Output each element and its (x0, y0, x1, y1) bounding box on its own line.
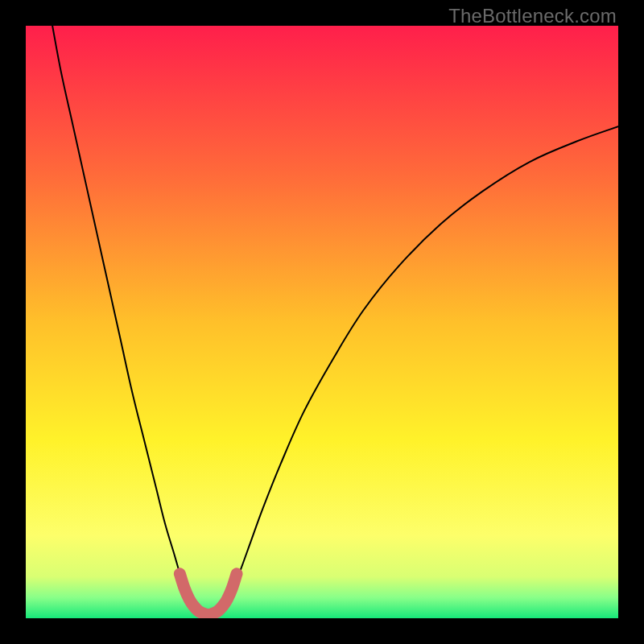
chart-background (26, 26, 618, 618)
watermark-text: TheBottleneck.com (448, 5, 617, 27)
plot-area (26, 26, 618, 618)
chart-frame: TheBottleneck.com (0, 0, 644, 644)
chart-svg (26, 26, 618, 618)
